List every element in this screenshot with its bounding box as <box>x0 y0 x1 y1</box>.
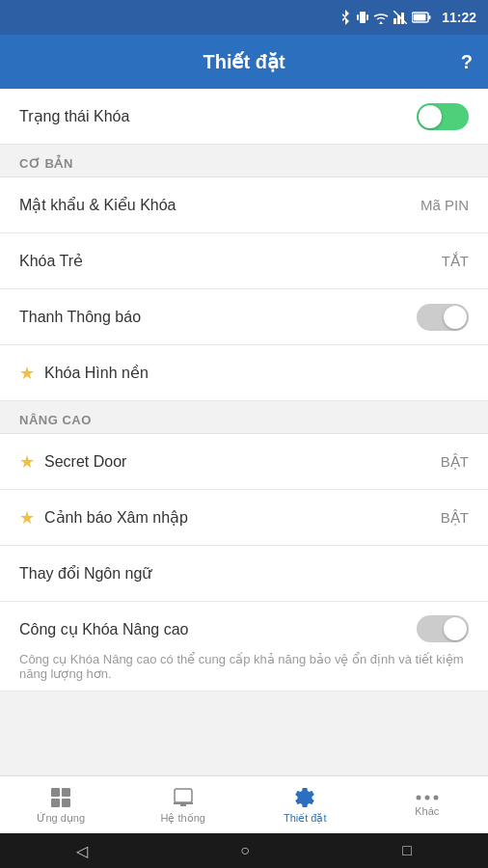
svg-rect-3 <box>393 18 396 24</box>
bluetooth-icon <box>339 10 352 25</box>
status-time: 11:22 <box>442 10 476 25</box>
svg-rect-9 <box>414 14 426 21</box>
section-header-advanced: NÂNG CAO <box>0 401 488 434</box>
wallpaper-row[interactable]: ★ Khóa Hình nền <box>0 345 488 401</box>
home-button[interactable]: ○ <box>240 842 250 859</box>
signal-icon <box>393 11 407 24</box>
status-bar: 11:22 <box>0 0 488 35</box>
advlock-description: Công cụ Khóa Nâng cao có thể cung cấp kh… <box>0 646 488 692</box>
svg-rect-0 <box>360 12 366 23</box>
secretdoor-value: BẬT <box>441 453 469 471</box>
language-label: Thay đổi Ngôn ngữ <box>19 564 151 583</box>
svg-rect-16 <box>180 804 186 806</box>
help-button[interactable]: ? <box>461 51 473 73</box>
intrusion-star-icon: ★ <box>19 507 35 529</box>
advlock-toggle[interactable] <box>417 615 469 642</box>
language-row[interactable]: Thay đổi Ngôn ngữ <box>0 546 488 602</box>
intrusion-row-left: ★ Cảnh báo Xâm nhập <box>19 507 188 529</box>
top-bar: Thiết đặt ? <box>0 35 488 89</box>
nav-item-apps[interactable]: Ứng dụng <box>0 776 122 833</box>
svg-point-17 <box>416 796 420 800</box>
nav-label-apps: Ứng dụng <box>37 812 85 825</box>
kidlock-row[interactable]: Khóa Trẻ TẮT <box>0 233 488 289</box>
svg-rect-1 <box>357 14 359 20</box>
apps-icon <box>49 786 72 809</box>
svg-rect-13 <box>62 799 70 807</box>
svg-point-19 <box>433 796 438 800</box>
password-value: Mã PIN <box>420 197 469 213</box>
nav-item-system[interactable]: Hệ thống <box>122 776 245 833</box>
kidlock-value: TẮT <box>442 253 469 270</box>
svg-rect-14 <box>175 789 192 802</box>
more-icon <box>416 793 439 802</box>
password-row[interactable]: Mật khẩu & Kiểu Khóa Mã PIN <box>0 177 488 233</box>
wallpaper-star-icon: ★ <box>19 363 35 384</box>
wallpaper-label: Khóa Hình nền <box>44 364 149 382</box>
nav-label-system: Hệ thống <box>161 812 205 825</box>
svg-rect-2 <box>366 14 368 20</box>
notification-row[interactable]: Thanh Thông báo <box>0 289 488 345</box>
nav-item-more[interactable]: Khác <box>366 776 489 833</box>
android-nav-bar: ◁ ○ □ <box>0 833 488 868</box>
notification-toggle[interactable] <box>417 304 469 331</box>
settings-content: Trạng thái Khóa CƠ BẢN Mật khẩu & Kiểu K… <box>0 89 488 775</box>
lock-status-row[interactable]: Trạng thái Khóa <box>0 89 488 145</box>
password-label: Mật khẩu & Kiểu Khóa <box>19 196 176 214</box>
secretdoor-row-left: ★ Secret Door <box>19 451 126 473</box>
intrusion-row[interactable]: ★ Cảnh báo Xâm nhập BẬT <box>0 490 488 546</box>
svg-rect-10 <box>51 788 60 797</box>
back-button[interactable]: ◁ <box>76 842 88 860</box>
lock-status-toggle[interactable] <box>417 103 469 130</box>
lock-status-label: Trạng thái Khóa <box>19 107 129 125</box>
advlock-row[interactable]: Công cụ Khóa Nâng cao <box>0 602 488 646</box>
intrusion-value: BẬT <box>441 509 469 527</box>
svg-rect-8 <box>429 15 431 19</box>
page-title: Thiết đặt <box>203 50 285 73</box>
advlock-label: Công cụ Khóa Nâng cao <box>19 620 188 638</box>
svg-rect-12 <box>51 799 60 807</box>
notification-label: Thanh Thông báo <box>19 309 141 326</box>
nav-label-more: Khác <box>415 805 439 817</box>
secretdoor-row[interactable]: ★ Secret Door BẬT <box>0 434 488 490</box>
nav-item-settings[interactable]: Thiết đặt <box>244 776 366 833</box>
svg-rect-15 <box>174 802 193 804</box>
intrusion-label: Cảnh báo Xâm nhập <box>44 508 188 527</box>
status-icons: 11:22 <box>339 10 476 25</box>
vibrate-icon <box>357 10 368 25</box>
nav-label-settings: Thiết đặt <box>284 812 327 825</box>
kidlock-label: Khóa Trẻ <box>19 252 83 270</box>
secretdoor-label: Secret Door <box>44 453 126 471</box>
section-header-basic: CƠ BẢN <box>0 145 488 177</box>
wifi-icon <box>373 12 389 24</box>
svg-rect-11 <box>62 788 70 797</box>
wallpaper-row-left: ★ Khóa Hình nền <box>19 363 149 384</box>
battery-icon <box>412 12 431 23</box>
settings-nav-icon <box>293 786 316 809</box>
system-icon <box>172 786 195 809</box>
bottom-nav: Ứng dụng Hệ thống Thiết đặt Khác <box>0 775 488 833</box>
recent-button[interactable]: □ <box>402 842 412 859</box>
secretdoor-star-icon: ★ <box>19 451 35 473</box>
svg-point-18 <box>424 796 429 800</box>
